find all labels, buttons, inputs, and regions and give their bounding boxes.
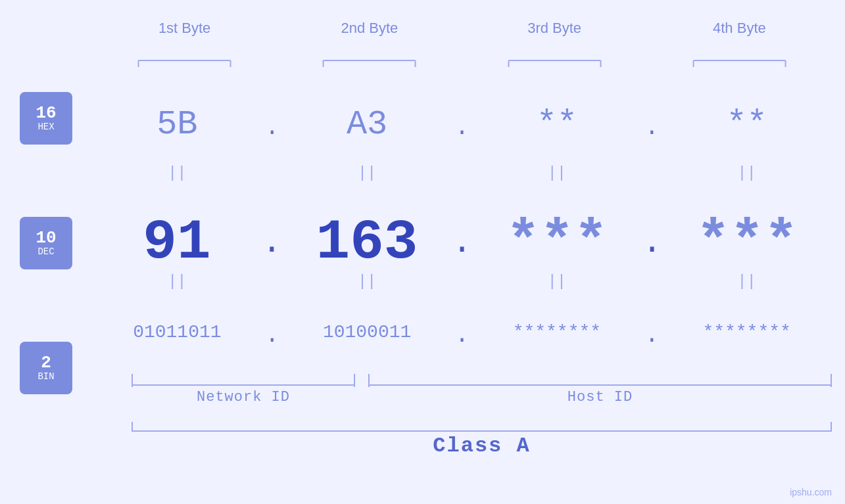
host-bracket-left [368,374,370,387]
byte-header-3: 3rd Byte [462,20,647,37]
dot-3: . [642,114,662,141]
eq-dec-1: || [92,273,262,290]
byte-header-4: 4th Byte [647,20,832,37]
hex-byte-2: A3 [282,105,452,144]
dot-bin-1: . [262,322,282,349]
eq-2: || [282,164,452,182]
eq-dec-3: || [472,273,642,290]
bin-byte-3: ******** [472,322,642,342]
dot-dec-2: . [452,223,472,262]
hex-byte-4: ** [662,105,832,144]
eq-3: || [472,164,642,182]
all-bracket-right [831,422,832,432]
dec-byte-1: 91 [92,210,262,275]
dot-bin-3: . [642,322,662,349]
byte-header-2: 2nd Byte [277,20,462,37]
bin-byte-4: ******** [662,322,832,342]
bin-row: 01011011 . 10100011 . ******** . *******… [92,315,832,349]
all-bracket-left [132,422,133,432]
network-id-bracket [132,384,355,386]
dot-dec-1: . [262,223,282,262]
dec-byte-2: 163 [282,210,452,275]
dec-byte-4: *** [662,210,832,275]
hex-byte-3: ** [472,105,642,144]
eq-dec-2: || [282,273,452,290]
class-label: Class A [132,434,832,458]
hex-row: 5B . A3 . ** . ** [92,105,832,144]
bracket-3 [462,54,647,67]
bracket-2 [277,54,462,67]
eq-hex-row: || || || || [92,164,832,182]
dec-badge: 10 DEC [20,217,72,269]
top-brackets [92,54,832,67]
bin-badge: 2 BIN [20,342,72,394]
net-bracket-right [354,374,355,387]
byte-headers: 1st Byte 2nd Byte 3rd Byte 4th Byte [92,20,832,37]
main-container: 1st Byte 2nd Byte 3rd Byte 4th Byte [0,0,845,504]
bin-byte-2: 10100011 [282,322,452,342]
byte-header-1: 1st Byte [92,20,277,37]
content-area: 5B . A3 . ** . ** || || || || [92,66,832,471]
net-bracket-left [132,374,133,387]
hex-badge: 16 HEX [20,92,72,145]
host-id-bracket [368,384,832,386]
base-labels: 16 HEX 10 DEC 2 BIN [20,92,72,394]
eq-1: || [92,164,262,182]
all-bracket [132,430,832,432]
eq-dec-4: || [662,273,832,290]
dot-1: . [262,114,282,141]
bin-byte-1: 01011011 [92,322,262,342]
watermark: ipshu.com [790,487,832,497]
hex-byte-1: 5B [92,105,262,144]
eq-dec-row: || || || || [92,273,832,290]
dot-bin-2: . [452,322,472,349]
dot-2: . [452,114,472,141]
dot-dec-3: . [642,223,662,262]
dec-byte-3: *** [472,210,642,275]
bracket-1 [92,54,277,67]
host-id-label: Host ID [368,389,832,405]
network-id-label: Network ID [132,389,355,405]
eq-4: || [662,164,832,182]
bracket-4 [647,54,832,67]
dec-row: 91 . 163 . *** . *** [92,210,832,275]
host-bracket-right [831,374,832,387]
